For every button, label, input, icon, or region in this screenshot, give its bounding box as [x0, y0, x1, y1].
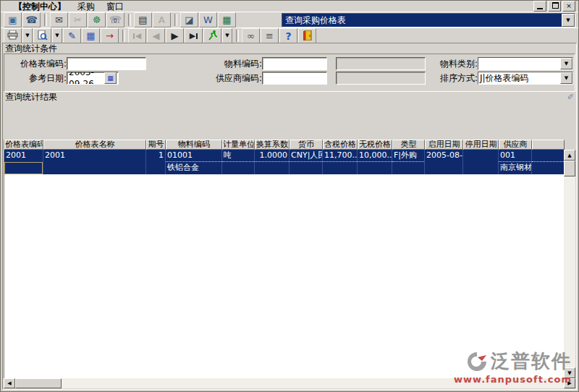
prev-record-button[interactable]: ◀ — [147, 28, 165, 43]
export-button[interactable]: → — [101, 28, 119, 43]
cell-line-2 — [392, 162, 424, 174]
run-dropdown-button[interactable]: ▼ — [222, 28, 232, 43]
cut-button[interactable]: ✂ — [69, 12, 87, 27]
chevron-down-icon[interactable]: ▼ — [560, 58, 572, 69]
table-cell — [532, 150, 565, 174]
edit-button[interactable]: ✎ — [63, 28, 81, 43]
supplier-code-input[interactable] — [262, 72, 327, 85]
menu-window[interactable]: 窗口 — [101, 1, 130, 12]
preview-dropdown-button[interactable]: ▼ — [52, 28, 62, 43]
conditions-panel: 价格表编码: 物料编码: 物料类别: ▼ 参考日期: 2005-09-26 — [4, 54, 575, 92]
scroll-down-icon[interactable]: ▼ — [564, 367, 575, 378]
excel-button[interactable]: ▦ — [218, 12, 236, 27]
scroll-right-icon[interactable]: ▶ — [564, 378, 575, 388]
menu-purchase[interactable]: 采购 — [72, 1, 101, 12]
sort-mode-dropdown[interactable]: J|价格表编码 ▼ — [478, 72, 573, 85]
preview-button[interactable] — [33, 28, 51, 43]
run-button[interactable] — [203, 28, 221, 43]
column-header-1[interactable]: 价格表编码 — [4, 140, 43, 150]
ref-date-input[interactable]: 2005-09-26 ▦ — [67, 72, 119, 85]
horizontal-scroll-track[interactable] — [62, 378, 564, 388]
horizontal-scrollbar[interactable]: ◀ ▶ — [4, 378, 575, 388]
mail-button[interactable]: ✉ — [50, 12, 68, 27]
dial-button[interactable]: ☎ — [22, 12, 41, 27]
exit-icon — [303, 30, 312, 42]
cell-line-2: 铁铝合金 — [166, 162, 221, 174]
toolbar-separator — [174, 14, 177, 26]
table-cell: 01001铁铝合金 — [166, 150, 222, 174]
column-header-5[interactable]: 计量单位 — [222, 140, 255, 150]
column-header-11[interactable]: 启用日期 — [425, 140, 463, 150]
sort-mode-label: 排序方式: — [426, 72, 478, 85]
cell-line-1: 10,000... — [358, 150, 392, 162]
print-dropdown-button[interactable]: ▼ — [22, 28, 33, 43]
column-header-2[interactable]: 价格表名称 — [43, 140, 146, 150]
material-category-value — [478, 58, 560, 69]
camera-button[interactable]: ▣ — [4, 12, 22, 27]
cell-line-1: 1 — [146, 150, 165, 162]
minimize-button[interactable] — [533, 1, 546, 12]
material-category-dropdown[interactable]: ▼ — [478, 57, 573, 70]
print-button[interactable] — [4, 28, 22, 43]
nav-bar — [196, 33, 198, 39]
globe-button[interactable]: ☸ — [88, 12, 106, 27]
help-button[interactable]: ? — [279, 28, 297, 43]
last-record-button[interactable]: ▶ — [185, 28, 203, 43]
calendar-icon[interactable]: ▦ — [104, 72, 117, 84]
column-header-7[interactable]: 货币 — [290, 140, 323, 150]
monitor-icon: ▤ — [138, 15, 147, 25]
cut-icon: ✂ — [74, 15, 82, 25]
material-name-field — [336, 57, 426, 70]
note-icon[interactable]: ✐ — [567, 93, 574, 102]
restore-button[interactable] — [548, 1, 561, 12]
supplier-code-label: 供应商编码: — [146, 72, 262, 85]
column-header-9[interactable]: 无税价格 — [358, 140, 392, 150]
column-header-10[interactable]: 类型 — [392, 140, 425, 150]
cell-line-2 — [532, 162, 564, 174]
column-header-13[interactable]: 供应商 — [499, 140, 532, 150]
price-code-input[interactable] — [67, 57, 146, 70]
horizontal-scroll-thumb[interactable] — [15, 378, 62, 388]
report-button[interactable]: ◪ — [180, 12, 198, 27]
column-header-12[interactable]: 停用日期 — [463, 140, 499, 150]
column-header-6[interactable]: 换算系数 — [255, 140, 290, 150]
phone-button[interactable]: ☏ — [106, 12, 124, 27]
column-header-3[interactable]: 期号 — [146, 140, 166, 150]
first-record-icon: ◀ — [135, 32, 141, 40]
chevron-down-icon[interactable]: ▼ — [560, 72, 572, 84]
column-header-14[interactable] — [532, 140, 565, 150]
font-button[interactable]: A — [153, 12, 171, 27]
close-icon: × — [566, 3, 572, 9]
material-code-input[interactable] — [262, 57, 327, 70]
first-record-button[interactable]: ◀ — [128, 28, 146, 43]
close-button[interactable]: × — [562, 1, 575, 12]
column-header-8[interactable]: 含税价格 — [323, 140, 358, 150]
last-record-icon: ▶ — [190, 32, 195, 40]
column-header-4[interactable]: 物料编码 — [166, 140, 222, 150]
table-cell: 10,000... — [358, 150, 392, 174]
table-cell: 1.0000 — [255, 150, 290, 174]
scroll-left-icon[interactable]: ◀ — [4, 378, 15, 388]
monitor-button[interactable]: ▤ — [134, 12, 152, 27]
chevron-down-icon[interactable]: ▼ — [562, 14, 575, 27]
next-record-button[interactable]: ▶ — [166, 28, 184, 43]
conditions-section-title: 查询统计条件 — [3, 43, 576, 54]
grid-button[interactable]: ▦ — [82, 28, 100, 43]
table-cell: 11,700... — [323, 150, 358, 174]
table-cell: F|外购 — [392, 150, 425, 174]
menu-control-center[interactable]: 【控制中心】 — [8, 1, 72, 12]
exit-button[interactable] — [298, 28, 316, 43]
vertical-scroll-thumb[interactable] — [564, 161, 575, 176]
cell-line-2 — [146, 162, 165, 174]
results-grid: 价格表编码价格表名称期号物料编码计量单位换算系数货币含税价格无税价格类型启用日期… — [4, 140, 575, 378]
vertical-scrollbar[interactable]: ▲ ▼ — [564, 150, 575, 378]
view-selector-combo[interactable]: 查询采购价格表 ▼ — [282, 13, 575, 27]
cell-line-2 — [222, 162, 254, 174]
link-button[interactable]: ∞ — [242, 28, 260, 43]
calculator-button[interactable]: ≡ — [261, 28, 279, 43]
table-row[interactable]: 20012001101001铁铝合金吨1.0000CNY|人民币11,700..… — [4, 150, 575, 174]
table-cell: 吨 — [222, 150, 255, 174]
scroll-up-icon[interactable]: ▲ — [564, 150, 575, 161]
table-cell: 2005-08-16 — [425, 150, 463, 174]
word-button[interactable]: W — [199, 12, 217, 27]
